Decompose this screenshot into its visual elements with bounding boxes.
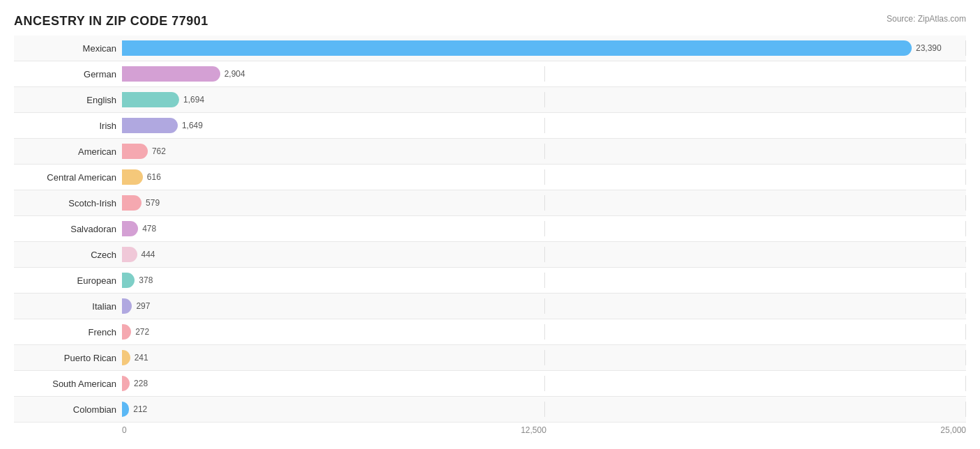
bar-value: 272 xyxy=(135,327,149,337)
bar-row: Colombian212 xyxy=(14,397,966,423)
axis-label-12500: 12,500 xyxy=(521,425,546,435)
bar-row: French272 xyxy=(14,319,966,345)
bar-fill xyxy=(122,350,130,365)
bar-track: 2,904 xyxy=(122,66,966,82)
bar-track: 241 xyxy=(122,350,966,365)
bar-row: American762 xyxy=(14,139,966,165)
bar-fill xyxy=(122,402,129,417)
bar-fill xyxy=(122,221,138,236)
bar-label: Puerto Rican xyxy=(14,353,122,363)
bar-label: German xyxy=(14,69,122,79)
bar-value: 478 xyxy=(142,224,156,234)
bar-value: 444 xyxy=(141,250,155,259)
bar-row: Salvadoran478 xyxy=(14,216,966,242)
bar-value: 1,649 xyxy=(182,121,203,130)
bar-fill xyxy=(122,247,137,262)
bar-label: South American xyxy=(14,379,122,389)
bar-value: 1,694 xyxy=(183,95,204,105)
bar-row: Irish1,649 xyxy=(14,113,966,139)
bar-label: English xyxy=(14,95,122,105)
bar-value: 2,904 xyxy=(224,69,245,79)
bar-fill xyxy=(122,195,141,211)
bar-track: 1,694 xyxy=(122,92,966,107)
bar-fill xyxy=(122,273,135,288)
bar-fill xyxy=(122,324,131,340)
bar-row: Central American616 xyxy=(14,165,966,190)
bar-row: Puerto Rican241 xyxy=(14,345,966,371)
bar-track: 579 xyxy=(122,195,966,211)
bar-track: 378 xyxy=(122,273,966,288)
bar-value: 579 xyxy=(146,198,160,208)
bar-value: 241 xyxy=(135,353,148,363)
bar-label: Scotch-Irish xyxy=(14,198,122,208)
bar-row: Mexican23,390 xyxy=(14,36,966,61)
bar-row: Scotch-Irish579 xyxy=(14,190,966,216)
bar-label: European xyxy=(14,275,122,286)
bar-label: Irish xyxy=(14,121,122,131)
bar-value: 616 xyxy=(147,172,161,182)
bar-fill xyxy=(122,169,143,185)
chart-container: ANCESTRY IN ZIP CODE 77901 Source: ZipAt… xyxy=(0,0,980,449)
bar-fill xyxy=(122,298,132,314)
bar-track: 478 xyxy=(122,221,966,236)
bar-value: 23,390 xyxy=(916,43,942,53)
bar-track: 212 xyxy=(122,402,966,417)
bar-track: 297 xyxy=(122,298,966,314)
bar-track: 1,649 xyxy=(122,118,966,133)
axis-label-0: 0 xyxy=(122,425,127,435)
chart-title: ANCESTRY IN ZIP CODE 77901 xyxy=(14,14,966,29)
source-label: Source: ZipAtlas.com xyxy=(887,14,966,24)
bar-value: 762 xyxy=(152,146,166,156)
bar-track: 762 xyxy=(122,144,966,159)
axis-label-25000: 25,000 xyxy=(940,425,966,435)
bar-label: Mexican xyxy=(14,43,122,54)
bar-label: Italian xyxy=(14,301,122,312)
bar-label: American xyxy=(14,146,122,157)
bar-label: Salvadoran xyxy=(14,224,122,234)
bar-label: Colombian xyxy=(14,404,122,415)
bar-label: French xyxy=(14,327,122,337)
bar-value: 212 xyxy=(133,404,147,414)
bar-value: 228 xyxy=(134,379,148,388)
bar-track: 228 xyxy=(122,376,966,391)
bar-row: English1,694 xyxy=(14,87,966,113)
bar-fill xyxy=(122,66,220,82)
bar-fill xyxy=(122,92,179,107)
bar-track: 444 xyxy=(122,247,966,262)
axis-row: 0 12,500 25,000 xyxy=(14,425,966,435)
bar-track: 616 xyxy=(122,169,966,185)
bar-track: 23,390 xyxy=(122,40,966,56)
bar-fill xyxy=(122,144,148,159)
bar-fill xyxy=(122,40,912,56)
bar-row: Italian297 xyxy=(14,294,966,319)
bar-row: South American228 xyxy=(14,371,966,397)
bar-label: Czech xyxy=(14,250,122,260)
bar-row: Czech444 xyxy=(14,242,966,268)
bar-track: 272 xyxy=(122,324,966,340)
bar-fill xyxy=(122,118,178,133)
bar-row: European378 xyxy=(14,268,966,294)
axis-labels: 0 12,500 25,000 xyxy=(122,425,966,435)
bar-value: 297 xyxy=(136,301,150,311)
chart-area: Mexican23,390German2,904English1,694Iris… xyxy=(14,36,966,423)
bar-value: 378 xyxy=(139,275,153,285)
bar-fill xyxy=(122,376,130,391)
bar-label: Central American xyxy=(14,172,122,183)
bar-row: German2,904 xyxy=(14,61,966,87)
